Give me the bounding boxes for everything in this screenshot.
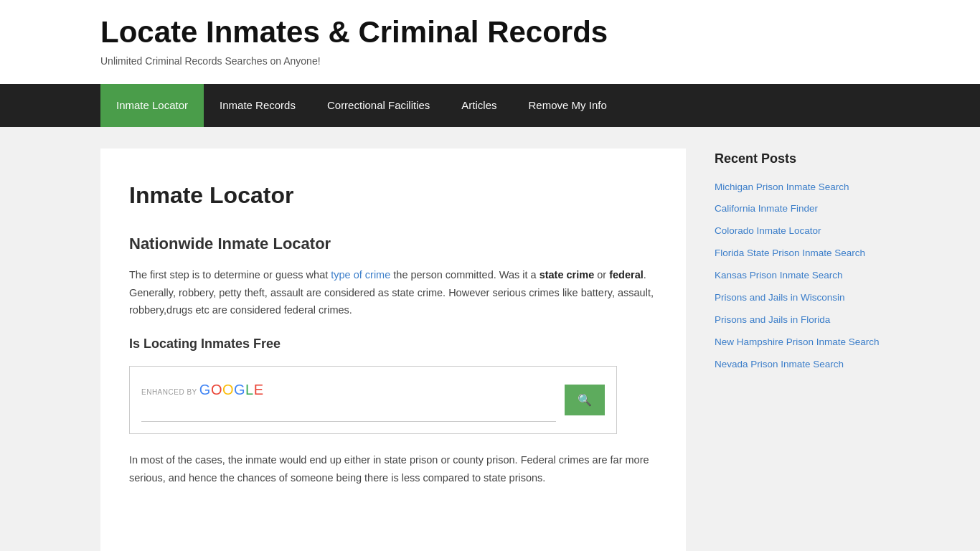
body-text-before-link: The first step is to determine or guess … <box>129 269 331 281</box>
site-title: Locate Inmates & Criminal Records <box>100 14 880 50</box>
body-paragraph-2: In most of the cases, the inmate would e… <box>129 451 657 486</box>
bold-federal: federal <box>609 269 644 281</box>
search-container: enhanced by Google 🔍 <box>129 366 617 434</box>
recent-post-3[interactable]: Florida State Prison Inmate Search <box>715 247 880 260</box>
body-text-after-link: the person committed. Was it a <box>390 269 539 281</box>
body-paragraph-1: The first step is to determine or guess … <box>129 266 657 319</box>
type-of-crime-link[interactable]: type of crime <box>331 269 390 281</box>
nav-item-correctional-facilities[interactable]: Correctional Facilities <box>311 84 446 127</box>
enhanced-by-label: enhanced by Google <box>141 378 556 401</box>
main-nav: Inmate LocatorInmate RecordsCorrectional… <box>0 84 980 127</box>
search-label-area: enhanced by Google <box>141 378 556 422</box>
bold-state-crime: state crime <box>540 269 595 281</box>
nav-item-inmate-records[interactable]: Inmate Records <box>204 84 311 127</box>
nav-item-articles[interactable]: Articles <box>446 84 512 127</box>
sidebar-recent-posts-title: Recent Posts <box>715 149 880 169</box>
sidebar: Recent Posts Michigan Prison Inmate Sear… <box>715 149 880 551</box>
site-tagline: Unlimited Criminal Records Searches on A… <box>100 53 880 69</box>
section-heading: Nationwide Inmate Locator <box>129 231 657 256</box>
subheading-locating-free: Is Locating Inmates Free <box>129 334 657 354</box>
search-input[interactable] <box>141 402 556 422</box>
search-button[interactable]: 🔍 <box>565 385 605 415</box>
google-brand: Google <box>199 382 264 397</box>
nav-item-inmate-locator[interactable]: Inmate Locator <box>100 84 204 127</box>
enhanced-by-text: enhanced by <box>141 388 197 396</box>
recent-post-5[interactable]: Prisons and Jails in Wisconsin <box>715 291 880 305</box>
recent-posts-list: Michigan Prison Inmate SearchCalifornia … <box>715 181 880 372</box>
body-text-mid: or <box>594 269 609 281</box>
recent-post-2[interactable]: Colorado Inmate Locator <box>715 225 880 238</box>
page-title: Inmate Locator <box>129 177 657 214</box>
recent-post-6[interactable]: Prisons and Jails in Florida <box>715 314 880 327</box>
recent-post-1[interactable]: California Inmate Finder <box>715 202 880 216</box>
recent-post-7[interactable]: New Hampshire Prison Inmate Search <box>715 336 880 349</box>
recent-post-0[interactable]: Michigan Prison Inmate Search <box>715 181 880 194</box>
main-content: Inmate Locator Nationwide Inmate Locator… <box>100 149 686 551</box>
nav-item-remove-my-info[interactable]: Remove My Info <box>513 84 623 127</box>
search-icon: 🔍 <box>578 393 592 407</box>
site-header: Locate Inmates & Criminal Records Unlimi… <box>0 0 980 84</box>
recent-post-4[interactable]: Kansas Prison Inmate Search <box>715 269 880 283</box>
recent-post-8[interactable]: Nevada Prison Inmate Search <box>715 358 880 372</box>
